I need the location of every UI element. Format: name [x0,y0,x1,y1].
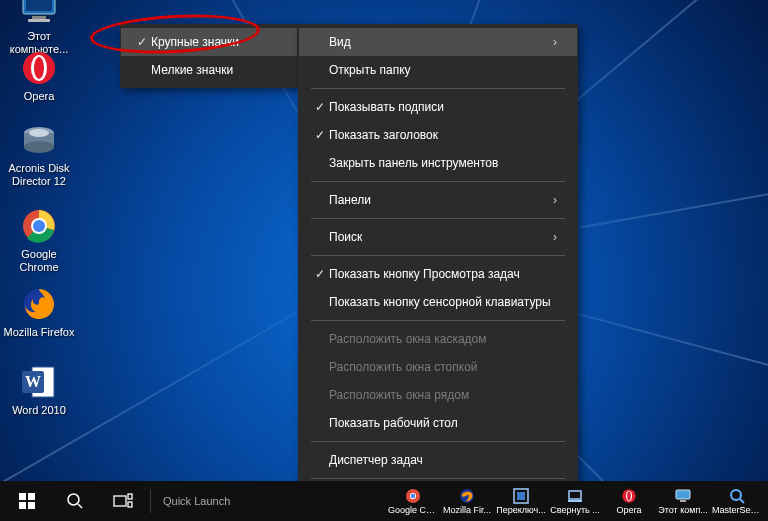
menu-item-label: Панели [329,193,553,207]
tray-item-opera[interactable]: Opera [602,481,656,521]
computer-icon [674,487,692,505]
menu-item-large-icons[interactable]: ✓ Крупные значки [121,28,297,56]
svg-rect-32 [517,492,525,500]
svg-point-29 [411,494,415,498]
tray-label: Этот комп... [658,506,708,515]
desktop-icon-label: Acronis Disk Director 12 [2,162,76,188]
menu-item-label: Расположить окна стопкой [329,360,557,374]
taskbar-tray: Google Ch... Mozilla Fir... Переключ... … [386,481,764,521]
word-icon: W [19,362,59,402]
search-icon [66,492,84,510]
svg-rect-39 [680,500,686,502]
checkmark-icon: ✓ [311,100,329,114]
menu-item-task-manager[interactable]: Диспетчер задач [299,446,577,474]
tray-item-chrome[interactable]: Google Ch... [386,481,440,521]
taskview-button[interactable] [100,481,146,521]
svg-line-23 [78,504,82,508]
masterseek-icon [728,487,746,505]
tray-label: Переключ... [496,506,546,515]
menu-item-label: Расположить окна каскадом [329,332,557,346]
tray-item-this-pc[interactable]: Этот комп... [656,481,710,521]
tray-label: Mozilla Fir... [443,506,491,515]
separator [311,255,565,256]
checkmark-icon: ✓ [311,267,329,281]
menu-item-show-taskview[interactable]: ✓ Показать кнопку Просмотра задач [299,260,577,288]
menu-item-close-toolbar[interactable]: Закрыть панель инструментов [299,149,577,177]
desktop-icon-label: Mozilla Firefox [2,326,76,339]
menu-item-stack: Расположить окна стопкой [299,353,577,381]
tray-item-minimize[interactable]: Свернуть ... [548,481,602,521]
menu-item-open-folder[interactable]: Открыть папку [299,56,577,84]
computer-icon [19,0,59,28]
separator [311,478,565,479]
menu-item-label: Показывать подписи [329,100,557,114]
menu-item-cascade: Расположить окна каскадом [299,325,577,353]
desktop-icon-label: Opera [2,90,76,103]
separator [311,320,565,321]
menu-item-label: Показать рабочий стол [329,416,557,430]
svg-rect-20 [19,502,26,509]
desktop-icon-opera[interactable]: Opera [2,48,76,103]
tray-label: Google Ch... [388,506,438,515]
desktop-icon-firefox[interactable]: Mozilla Firefox [2,284,76,339]
taskbar-context-menu: Вид › Открыть папку ✓ Показывать подписи… [298,24,578,521]
menu-item-small-icons[interactable]: Мелкие значки [121,56,297,84]
svg-point-37 [627,492,631,501]
menu-item-label: Вид [329,35,553,49]
svg-rect-21 [28,502,35,509]
svg-point-22 [68,494,79,505]
svg-rect-3 [28,19,50,22]
svg-rect-18 [19,493,26,500]
menu-item-show-title[interactable]: ✓ Показать заголовок [299,121,577,149]
menu-item-label: Закрыть панель инструментов [329,156,557,170]
menu-item-label: Расположить окна рядом [329,388,557,402]
firefox-icon [19,284,59,324]
desktop-icon-chrome[interactable]: Google Chrome [2,206,76,274]
tray-item-switch[interactable]: Переключ... [494,481,548,521]
tray-label: MasterSee... [712,506,762,515]
svg-point-9 [24,141,54,153]
menu-item-label: Мелкие значки [151,63,277,77]
quick-launch-label: Quick Launch [155,495,238,507]
separator [311,181,565,182]
menu-item-search[interactable]: Поиск › [299,223,577,251]
svg-rect-25 [128,494,132,499]
menu-item-show-labels[interactable]: ✓ Показывать подписи [299,93,577,121]
desktop-icon-word[interactable]: W Word 2010 [2,362,76,417]
svg-point-6 [34,57,44,79]
opera-icon [19,48,59,88]
tray-item-firefox[interactable]: Mozilla Fir... [440,481,494,521]
menu-item-show-touch-keyboard[interactable]: Показать кнопку сенсорной клавиатуры [299,288,577,316]
tray-item-masterseek[interactable]: MasterSee... [710,481,764,521]
switch-icon [512,487,530,505]
svg-rect-38 [676,490,690,499]
svg-rect-26 [128,502,132,507]
desktop-icon-label: Word 2010 [2,404,76,417]
svg-point-10 [29,129,49,137]
menu-item-show-desktop[interactable]: Показать рабочий стол [299,409,577,437]
chevron-right-icon: › [553,35,557,49]
menu-item-panels[interactable]: Панели › [299,186,577,214]
tray-label: Свернуть ... [550,506,599,515]
menu-item-label: Показать кнопку Просмотра задач [329,267,557,281]
menu-item-label: Открыть папку [329,63,557,77]
menu-item-view[interactable]: Вид › [299,28,577,56]
svg-rect-1 [26,0,52,11]
checkmark-icon: ✓ [311,128,329,142]
taskbar[interactable]: Quick Launch Google Ch... Mozilla Fir...… [0,481,768,521]
search-button[interactable] [52,481,98,521]
svg-rect-33 [569,491,581,499]
checkmark-icon: ✓ [133,35,151,49]
menu-item-label: Показать кнопку сенсорной клавиатуры [329,295,557,309]
menu-item-label: Поиск [329,230,553,244]
desktop-icon-label: Google Chrome [2,248,76,274]
context-submenu-view: ✓ Крупные значки Мелкие значки [120,24,298,88]
chevron-right-icon: › [553,193,557,207]
svg-text:W: W [25,373,41,390]
start-button[interactable] [4,481,50,521]
svg-rect-24 [114,496,126,506]
svg-point-13 [33,220,45,232]
windows-icon [19,493,35,509]
svg-rect-19 [28,493,35,500]
desktop-icon-acronis[interactable]: Acronis Disk Director 12 [2,120,76,188]
